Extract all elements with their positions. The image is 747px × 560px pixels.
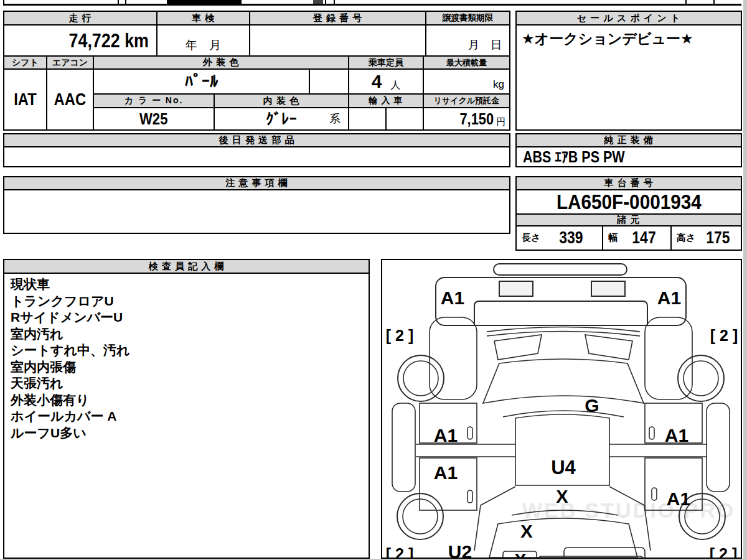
- registration-value: [249, 24, 426, 57]
- capacity-unit: 人: [390, 79, 400, 92]
- marker-rear-panel: X: [514, 550, 527, 558]
- later-parts-header: 後 日 発 送 部 品: [3, 133, 510, 147]
- sill-right: [707, 403, 730, 492]
- car-diagram: WEB STUDIO.PRO: [382, 260, 741, 558]
- inspector-notes: 現状車 トランクフロアU RサイドメンバーU 室内汚れ シートすれ中、汚れ 室内…: [3, 273, 370, 559]
- sales-point-header: セ ー ル ス ポ イ ン ト: [515, 11, 742, 26]
- equipment-value: ABS ｴｱB PS PW: [515, 146, 742, 167]
- spec-height: 高さ 175: [670, 225, 742, 251]
- inspector-note-line: シートすれ中、汚れ: [11, 342, 362, 359]
- vin-header: 車 台 番 号: [515, 176, 742, 190]
- marker-roof: U4: [551, 457, 576, 478]
- inspector-note-line: 室内汚れ: [11, 326, 362, 343]
- shaken-value: 年 月: [156, 24, 250, 57]
- registration-header: 登 録 番 号: [249, 11, 426, 26]
- vin-value: LA650F-0001934: [515, 189, 742, 215]
- notes-header: 注 意 事 項 欄: [3, 176, 510, 190]
- auction-sheet: 走 行 74,722 km 車 検 年 月 登 録 番 号 譲渡書類期限 月 日…: [0, 0, 747, 560]
- inspector-note-line: トランクフロアU: [11, 293, 362, 310]
- recycle-deposit-value: 7,150 円: [423, 107, 510, 131]
- marker-cowl: G: [585, 395, 599, 416]
- exterior-color-header: 外 装 色: [93, 55, 349, 70]
- inspector-note-line: 現状車: [11, 276, 362, 293]
- marker-trunk: X: [520, 521, 533, 541]
- aircon-text: AAC: [54, 90, 87, 110]
- mileage-value: 74,722 km: [3, 24, 157, 57]
- aircon-value: AAC: [46, 68, 94, 131]
- door-handle: [649, 427, 654, 439]
- later-parts-value: [3, 146, 510, 167]
- max-load-header: 最大積載量: [423, 55, 510, 70]
- recycle-deposit-header: リサイクル預託金: [423, 93, 510, 108]
- wheel-front-left: [398, 355, 444, 401]
- interior-color-value: ｸﾞﾚｰ 系: [214, 107, 349, 131]
- beltline-right: [609, 444, 707, 457]
- top-row-divider: [3, 0, 4, 6]
- shift-value: IAT: [3, 68, 47, 131]
- marker-tire-rear-right: [ 2 ]: [710, 545, 737, 558]
- width-value: 147: [621, 228, 666, 248]
- top-row-cropped-text: [167, 0, 242, 4]
- color-no-value: W25: [93, 107, 215, 131]
- shift-text: IAT: [14, 90, 37, 110]
- vin-text: LA650F-0001934: [557, 190, 702, 214]
- inspector-note-line: ホイールカバー A: [11, 408, 362, 425]
- plate-recess: [474, 301, 647, 325]
- length-label: 長さ: [522, 232, 540, 244]
- windshield: [483, 359, 644, 403]
- top-row-divider: [685, 0, 687, 6]
- import-cell-b: [385, 107, 424, 131]
- color-no-header: カ ラ ー No.: [93, 93, 215, 108]
- sales-point-value: ★オークションデビュー★: [515, 24, 742, 131]
- top-row-divider: [334, 0, 335, 6]
- import-cell-a: [348, 107, 387, 131]
- equipment-header: 純 正 装 備: [515, 133, 742, 147]
- import-header: 輸 入 車: [348, 93, 424, 108]
- interior-color-header: 内 装 色: [214, 93, 349, 108]
- door-handle: [467, 490, 472, 503]
- wheel-rear-left: [397, 493, 443, 539]
- marker-door-front-left: A1: [434, 425, 458, 446]
- interior-color-text: ｸﾞﾚｰ: [266, 110, 297, 128]
- capacity-header: 乗車定員: [348, 55, 424, 70]
- headlight-right: [585, 335, 632, 360]
- color-no-text: W25: [139, 110, 167, 129]
- marker-tire-rear-left: [ 2 ]: [386, 545, 413, 558]
- top-row-divider: [118, 0, 119, 6]
- spec-width: 幅 147: [602, 225, 672, 251]
- shift-header: シフト: [3, 55, 47, 70]
- fender-left: [430, 317, 477, 399]
- top-row-border: [3, 4, 741, 6]
- beltline-left: [416, 444, 515, 457]
- inspector-note-line: RサイドメンバーU: [11, 309, 362, 326]
- transfer-deadline-value: 月 日: [425, 24, 510, 57]
- quarter-left-line: [474, 487, 515, 551]
- equipment-text: ABS ｴｱB PS PW: [523, 148, 625, 166]
- capacity-number: 4: [372, 71, 382, 92]
- inspector-note-line: 外装小傷有り: [11, 392, 362, 409]
- interior-color-suffix: 系: [329, 111, 341, 126]
- spec-length: 長さ 339: [515, 225, 603, 251]
- marker-tire-front-right: [ 2 ]: [710, 327, 738, 344]
- notes-value: [3, 189, 510, 234]
- wheel-front-right-inner: [684, 361, 718, 396]
- width-label: 幅: [608, 232, 618, 244]
- recycle-unit: 円: [496, 116, 505, 128]
- exterior-color-sub-cell: [309, 68, 349, 95]
- fender-right: [645, 317, 692, 399]
- capacity-value: 4 人: [348, 68, 424, 95]
- top-row-divider: [125, 0, 126, 6]
- marker-rear-window: X: [556, 487, 568, 506]
- door-handle: [467, 427, 472, 439]
- top-row-cropped-text: [313, 0, 323, 4]
- wheel-rear-left-inner: [403, 499, 438, 534]
- specs-header: 諸 元: [515, 213, 742, 226]
- top-row-fragment: [0, 0, 747, 6]
- marker-door-front-right: A1: [665, 425, 688, 446]
- recycle-amount: 7,150: [459, 110, 494, 129]
- bumper-detail-left: [499, 281, 533, 296]
- marker-door-rear-left: A1: [434, 462, 458, 483]
- length-value: 339: [545, 228, 598, 248]
- front-top-bar: [494, 264, 627, 275]
- hood-line: [487, 332, 640, 337]
